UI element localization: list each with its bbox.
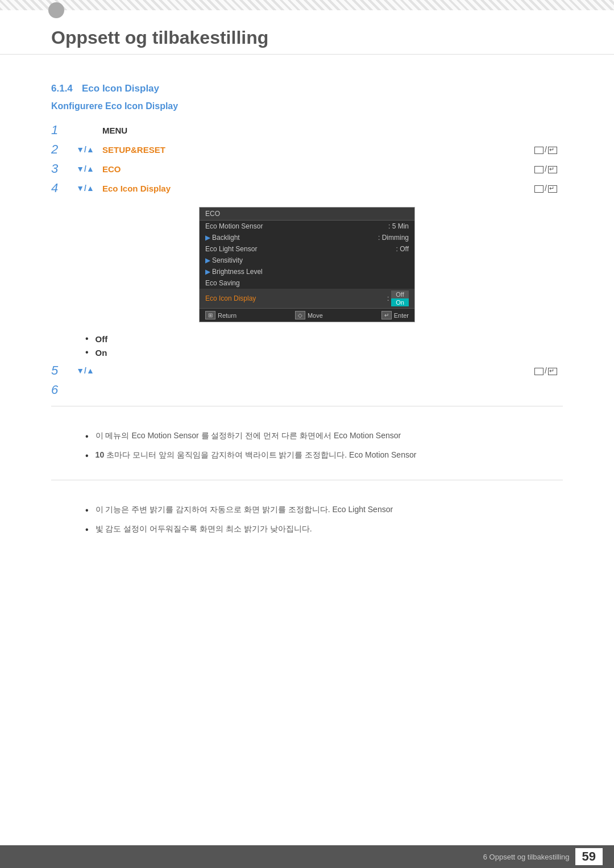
move-icon: ◇ [295, 311, 305, 319]
note-text-4: 빛 감도 설정이 어두워질수록 화면의 최소 밝기가 낮아집니다. [96, 522, 312, 535]
page-title: Oppsett og tilbakestilling [51, 27, 563, 48]
step-label-4: Eco Icon Display [102, 184, 529, 193]
step-arrow-2: ▼/▲ [68, 145, 102, 154]
brightness-label: Brightness Level [212, 268, 409, 276]
step-row-1: 1 MENU [51, 123, 563, 138]
menu-item-eco-icon: Eco Icon Display : Off On [200, 289, 414, 308]
note-item-4: 빛 감도 설정이 어두워질수록 화면의 최소 밝기가 낮아집니다. [85, 522, 563, 537]
eco-light-label: Eco Light Sensor [205, 245, 393, 253]
section-title: Eco Icon Display [82, 83, 159, 94]
footer-page-number: 59 [575, 848, 603, 865]
note-item-2: 10 초마다 모니터 앞의 움직임을 감지하여 백라이트 밝기를 조정합니다. … [85, 448, 563, 463]
step-num-1: 1 [51, 123, 68, 138]
main-content: 6.1.4 Eco Icon Display Konfigurere Eco I… [0, 55, 614, 559]
menu-item-eco-saving: Eco Saving [200, 277, 414, 289]
footer-section-text: 6 Oppsett og tilbakestilling [483, 853, 570, 861]
step-num-2: 2 [51, 142, 68, 157]
steps-table: 1 MENU 2 ▼/▲ SETUP&RESET /↵ 3 ▼/▲ ECO /↵… [51, 123, 563, 196]
step-num-3: 3 [51, 161, 68, 176]
return-icon: ⊞ [205, 311, 215, 319]
top-circle-icon [48, 2, 64, 18]
note-list-1: 이 메뉴의 Eco Motion Sensor 를 설정하기 전에 먼저 다른 … [85, 429, 563, 463]
option-off: Off [391, 290, 409, 298]
menu-title-text: ECO [205, 210, 220, 218]
enter-icon: ↵ [381, 311, 392, 319]
eco-motion-sensor-highlight-1: Eco Motion Sensor [131, 431, 198, 440]
bullet-off: Off [85, 334, 563, 344]
eco-motion-sensor-highlight-3: Eco Motion Sensor [349, 450, 416, 459]
note-item-1: 이 메뉴의 Eco Motion Sensor 를 설정하기 전에 먼저 다른 … [85, 429, 563, 444]
menu-screenshot: ECO Eco Motion Sensor : 5 Min ▶ Backligh… [199, 207, 415, 322]
steps-5-6: 5 ▼/▲ /↵ 6 [51, 363, 563, 397]
option-on: On [391, 298, 409, 306]
menu-item-eco-motion: Eco Motion Sensor : 5 Min [200, 221, 414, 232]
backlight-label: Backlight [212, 234, 375, 242]
step-arrow-4: ▼/▲ [68, 184, 102, 193]
footer-enter: ↵ Enter [381, 311, 409, 319]
menu-title-bar: ECO [200, 207, 414, 221]
page-footer: 6 Oppsett og tilbakestilling 59 [0, 845, 614, 868]
note-text-2: 10 초마다 모니터 앞의 움직임을 감지하여 백라이트 밝기를 조정합니다. … [96, 448, 417, 461]
backlight-arrow: ▶ [205, 234, 210, 242]
bullet-off-text: Off [96, 334, 108, 344]
eco-light-value: : Off [396, 245, 409, 253]
menu-box: ECO Eco Motion Sensor : 5 Min ▶ Backligh… [199, 207, 415, 322]
menu-item-backlight: ▶ Backlight : Dimming [200, 232, 414, 243]
note-number-10: 10 [96, 450, 105, 459]
sensitivity-label: Sensitivity [212, 256, 409, 264]
step-label-3: ECO [102, 164, 529, 174]
step-row-3: 3 ▼/▲ ECO /↵ [51, 161, 563, 176]
footer-move: ◇ Move [295, 311, 323, 319]
step-arrow-5: ▼/▲ [68, 366, 102, 375]
note-text-1: 이 메뉴의 Eco Motion Sensor 를 설정하기 전에 먼저 다른 … [96, 429, 401, 442]
top-decorative-bar [0, 0, 614, 10]
eco-icon-label: Eco Icon Display [205, 294, 384, 302]
eco-motion-sensor-highlight-2: Eco Motion Sensor [334, 431, 401, 440]
backlight-value: : Dimming [378, 234, 409, 242]
step-num-6: 6 [51, 383, 68, 397]
note-item-3: 이 기능은 주변 밝기를 감지하여 자동으로 화면 밝기를 조정합니다. Eco… [85, 503, 563, 518]
step-row-5: 5 ▼/▲ /↵ [51, 363, 563, 378]
divider-1 [51, 406, 563, 406]
step-label-2: SETUP&RESET [102, 145, 529, 155]
note-text-3: 이 기능은 주변 밝기를 감지하여 자동으로 화면 밝기를 조정합니다. Eco… [96, 503, 393, 516]
enter-label: Enter [394, 312, 409, 319]
page-header: Oppsett og tilbakestilling [0, 10, 614, 55]
note-list-2: 이 기능은 주변 밝기를 감지하여 자동으로 화면 밝기를 조정합니다. Eco… [85, 503, 563, 537]
step-arrow-3: ▼/▲ [68, 164, 102, 173]
menu-footer: ⊞ Return ◇ Move ↵ Enter [200, 308, 414, 322]
menu-item-brightness: ▶ Brightness Level [200, 266, 414, 277]
step-icon-5: /↵ [529, 366, 563, 375]
option-bullet-list: Off On [85, 334, 563, 358]
footer-return: ⊞ Return [205, 311, 237, 319]
step-num-5: 5 [51, 363, 68, 378]
step-label-1: MENU [102, 126, 529, 135]
menu-item-eco-light: Eco Light Sensor : Off [200, 243, 414, 255]
eco-saving-label: Eco Saving [205, 279, 409, 287]
move-label: Move [308, 312, 323, 319]
bullet-on-text: On [96, 348, 107, 358]
step-icon-3: /↵ [529, 164, 563, 173]
step-row-6: 6 [51, 383, 563, 397]
step-icon-2: /↵ [529, 145, 563, 154]
eco-icon-colon: : [387, 294, 389, 302]
sensitivity-arrow: ▶ [205, 256, 210, 264]
eco-light-sensor-highlight: Eco Light Sensor [333, 505, 393, 514]
menu-item-sensitivity: ▶ Sensitivity [200, 255, 414, 266]
eco-motion-label: Eco Motion Sensor [205, 222, 385, 230]
step-icon-4: /↵ [529, 184, 563, 193]
return-label: Return [218, 312, 237, 319]
eco-motion-value: : 5 Min [388, 222, 409, 230]
brightness-arrow: ▶ [205, 268, 210, 276]
bullet-on: On [85, 347, 563, 358]
divider-2 [51, 480, 563, 480]
section-subtitle: Konfigurere Eco Icon Display [51, 101, 563, 111]
section-number: 6.1.4 [51, 83, 73, 94]
step-row-2: 2 ▼/▲ SETUP&RESET /↵ [51, 142, 563, 157]
step-row-4: 4 ▼/▲ Eco Icon Display /↵ [51, 181, 563, 196]
step-num-4: 4 [51, 181, 68, 196]
